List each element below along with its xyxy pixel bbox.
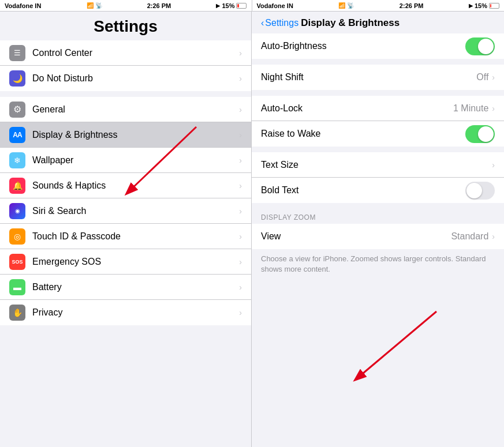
- toggle-knob-raise-to-wake: [478, 126, 494, 142]
- touch-id-icon: ◎: [9, 228, 25, 245]
- do-not-disturb-chevron: ›: [239, 74, 242, 83]
- bold-text-label: Bold Text: [261, 185, 465, 196]
- status-bar-right: Vodafone IN 📶 📡 2:26 PM ▶ 15%: [252, 0, 505, 12]
- privacy-icon: ✋: [9, 305, 25, 321]
- display-label: Display & Brightness: [32, 130, 239, 140]
- settings-row-do-not-disturb[interactable]: 🌙 Do Not Disturb ›: [0, 66, 251, 91]
- wallpaper-chevron: ›: [239, 156, 242, 165]
- location-left-icon: ▶: [216, 3, 220, 9]
- view-chevron: ›: [492, 232, 495, 241]
- view-description: Choose a view for iPhone. Zoomed shows l…: [252, 249, 504, 279]
- control-center-icon: ☰: [9, 45, 25, 61]
- detail-title: Display & Brightness: [301, 17, 400, 29]
- battery-icon: ▬: [9, 279, 25, 295]
- settings-panel: Settings ☰ Control Center › 🌙 Do Not Dis…: [0, 12, 252, 447]
- time-right: 2:26 PM: [400, 2, 424, 9]
- auto-brightness-toggle[interactable]: [465, 37, 495, 55]
- settings-row-wallpaper[interactable]: ❄ Wallpaper ›: [0, 148, 251, 173]
- battery-pct-left: 15%: [222, 2, 234, 9]
- emergency-label: Emergency SOS: [32, 257, 239, 267]
- sounds-label: Sounds & Haptics: [32, 181, 239, 191]
- siri-icon: ◉: [9, 203, 25, 219]
- night-shift-chevron: ›: [492, 73, 495, 82]
- settings-row-emergency[interactable]: SOS Emergency SOS ›: [0, 249, 251, 275]
- raise-to-wake-toggle[interactable]: [465, 125, 495, 143]
- display-zoom-label: DISPLAY ZOOM: [252, 209, 504, 224]
- carrier-right: Vodafone IN: [257, 2, 293, 9]
- settings-row-touch-id[interactable]: ◎ Touch ID & Passcode ›: [0, 224, 251, 249]
- detail-row-auto-lock[interactable]: Auto-Lock 1 Minute ›: [252, 96, 504, 121]
- view-label: View: [261, 231, 451, 242]
- do-not-disturb-icon: 🌙: [9, 70, 25, 87]
- status-bar-left: Vodafone IN 📶 📡 2:26 PM ▶ 15%: [0, 0, 252, 12]
- settings-row-privacy[interactable]: ✋ Privacy ›: [0, 300, 251, 325]
- night-shift-value: Off: [476, 72, 488, 82]
- wallpaper-label: Wallpaper: [32, 155, 239, 166]
- control-center-label: Control Center: [32, 48, 239, 58]
- detail-panel: ‹ Settings Display & Brightness Auto-Bri…: [252, 12, 504, 447]
- detail-row-night-shift[interactable]: Night Shift Off ›: [252, 65, 504, 90]
- carrier-left: Vodafone IN: [5, 2, 41, 9]
- display-chevron: ›: [239, 130, 242, 140]
- siri-label: Siri & Search: [32, 206, 239, 216]
- auto-lock-value: 1 Minute: [453, 103, 488, 114]
- status-bar: Vodafone IN 📶 📡 2:26 PM ▶ 15% Vodafone I…: [0, 0, 504, 12]
- privacy-label: Privacy: [32, 307, 239, 318]
- settings-row-siri[interactable]: ◉ Siri & Search ›: [0, 198, 251, 224]
- sounds-icon: 🔔: [9, 178, 25, 194]
- night-shift-label: Night Shift: [261, 72, 476, 82]
- battery-label: Battery: [32, 282, 239, 292]
- settings-row-control-center[interactable]: ☰ Control Center ›: [0, 40, 251, 66]
- settings-row-display[interactable]: AA Display & Brightness ›: [0, 122, 251, 148]
- auto-brightness-label: Auto-Brightness: [261, 41, 465, 51]
- detail-row-bold-text[interactable]: Bold Text: [252, 178, 504, 203]
- general-icon: ⚙: [9, 102, 25, 118]
- control-center-chevron: ›: [239, 48, 242, 58]
- settings-row-general[interactable]: ⚙ General ›: [0, 97, 251, 122]
- detail-row-text-size[interactable]: Text Size ›: [252, 152, 504, 178]
- signal-right-icon: 📶: [338, 2, 345, 9]
- settings-row-battery[interactable]: ▬ Battery ›: [0, 275, 251, 300]
- wifi-left-icon: 📡: [95, 2, 102, 9]
- back-chevron-icon: ‹: [261, 18, 264, 28]
- time-left: 2:26 PM: [147, 2, 171, 9]
- text-size-chevron: ›: [492, 160, 495, 170]
- detail-row-view[interactable]: View Standard ›: [252, 224, 504, 249]
- battery-left-icon: [236, 3, 247, 9]
- text-size-label: Text Size: [261, 160, 492, 170]
- detail-row-raise-to-wake[interactable]: Raise to Wake: [252, 121, 504, 147]
- settings-row-sounds[interactable]: 🔔 Sounds & Haptics ›: [0, 173, 251, 198]
- location-right-icon: ▶: [469, 3, 473, 9]
- wifi-right-icon: 📡: [347, 2, 354, 9]
- toggle-knob-bold-text: [466, 183, 482, 198]
- toggle-knob-auto-brightness: [478, 39, 494, 54]
- touch-id-chevron: ›: [239, 232, 242, 241]
- bold-text-toggle[interactable]: [465, 182, 495, 200]
- auto-lock-chevron: ›: [492, 104, 495, 113]
- raise-to-wake-label: Raise to Wake: [261, 129, 465, 139]
- do-not-disturb-label: Do Not Disturb: [32, 73, 239, 84]
- back-label: Settings: [265, 18, 298, 28]
- touch-id-label: Touch ID & Passcode: [32, 231, 239, 242]
- signal-left-icon: 📶: [87, 2, 94, 9]
- battery-right-icon: [489, 3, 499, 9]
- detail-header: ‹ Settings Display & Brightness: [252, 12, 504, 33]
- general-label: General: [32, 104, 239, 115]
- battery-chevron: ›: [239, 283, 242, 292]
- view-value: Standard: [451, 231, 488, 242]
- general-chevron: ›: [239, 105, 242, 114]
- emergency-chevron: ›: [239, 257, 242, 266]
- emergency-icon: SOS: [9, 254, 25, 270]
- battery-pct-right: 15%: [475, 2, 487, 9]
- settings-header: Settings: [0, 12, 251, 40]
- display-icon: AA: [9, 127, 25, 143]
- back-button[interactable]: ‹ Settings: [261, 18, 298, 28]
- privacy-chevron: ›: [239, 308, 242, 317]
- wallpaper-icon: ❄: [9, 152, 25, 168]
- siri-chevron: ›: [239, 206, 242, 216]
- sounds-chevron: ›: [239, 181, 242, 190]
- detail-row-auto-brightness[interactable]: Auto-Brightness: [252, 33, 504, 59]
- auto-lock-label: Auto-Lock: [261, 103, 453, 114]
